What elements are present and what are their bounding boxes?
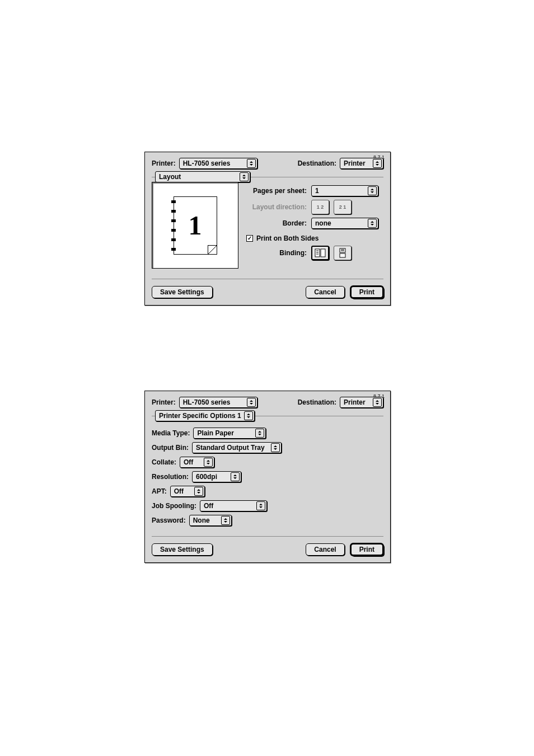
job-spooling-select[interactable]: Off <box>200 500 267 511</box>
destination-select[interactable]: Printer <box>340 158 383 169</box>
svg-rect-1 <box>321 249 325 257</box>
panel-select-printer-options[interactable]: Printer Specific Options 1 <box>155 410 255 421</box>
binding-short-edge-button[interactable] <box>334 246 352 260</box>
svg-rect-0 <box>315 249 320 257</box>
pages-per-sheet-label: Pages per sheet: <box>246 187 307 195</box>
print-button[interactable]: Print <box>350 543 383 556</box>
border-select[interactable]: none <box>311 218 378 229</box>
password-select[interactable]: None <box>189 515 232 526</box>
updown-icon <box>221 516 230 525</box>
printer-select[interactable]: HL-7050 series <box>179 158 257 169</box>
print-both-sides-checkbox[interactable] <box>246 235 253 242</box>
svg-rect-6 <box>340 253 345 257</box>
print-button[interactable]: Print <box>350 286 383 298</box>
updown-icon <box>194 487 203 496</box>
updown-icon <box>231 472 240 481</box>
updown-icon <box>204 458 213 467</box>
print-dialog-layout: 8.7.1 Printer: HL-7050 series Destinatio… <box>144 152 391 306</box>
panel-select-layout[interactable]: Layout <box>155 171 250 182</box>
collate-label: Collate: <box>152 458 176 466</box>
apt-select[interactable]: Off <box>170 486 205 497</box>
output-bin-select[interactable]: Standard Output Tray <box>192 442 282 453</box>
binding-short-edge-icon <box>336 248 349 258</box>
cancel-button[interactable]: Cancel <box>306 543 344 556</box>
pages-per-sheet-select[interactable]: 1 <box>311 185 378 196</box>
printer-label: Printer: <box>152 398 176 406</box>
printer-label: Printer: <box>152 159 176 167</box>
binding-long-edge-icon <box>314 248 326 258</box>
collate-select[interactable]: Off <box>180 457 214 468</box>
layout-direction-label: Layout direction: <box>246 203 307 211</box>
updown-icon <box>368 186 377 195</box>
layout-direction-lr-button[interactable]: 1 2 <box>311 200 329 214</box>
resolution-select[interactable]: 600dpi <box>192 471 241 482</box>
border-label: Border: <box>246 219 307 227</box>
preview-page-number: 1 <box>189 210 202 241</box>
password-label: Password: <box>152 516 186 524</box>
cancel-button[interactable]: Cancel <box>306 286 344 298</box>
printer-select[interactable]: HL-7050 series <box>179 397 257 408</box>
binding-long-edge-button[interactable] <box>311 246 329 260</box>
updown-icon <box>373 159 382 168</box>
output-bin-label: Output Bin: <box>152 444 189 452</box>
job-spooling-label: Job Spooling: <box>152 502 196 510</box>
media-type-label: Media Type: <box>152 429 190 437</box>
updown-icon <box>256 501 265 510</box>
updown-icon <box>255 429 264 438</box>
destination-label: Destination: <box>298 159 336 167</box>
media-type-select[interactable]: Plain Paper <box>193 428 266 439</box>
updown-icon <box>368 219 377 228</box>
updown-icon <box>247 159 256 168</box>
page-thumb: 1 <box>174 196 217 255</box>
destination-select[interactable]: Printer <box>340 397 383 408</box>
apt-label: APT: <box>152 487 167 495</box>
binding-label: Binding: <box>246 249 307 257</box>
save-settings-button[interactable]: Save Settings <box>152 286 213 298</box>
print-both-sides-label: Print on Both Sides <box>256 234 318 242</box>
updown-icon <box>244 411 253 420</box>
layout-direction-rl-button[interactable]: 2 1 <box>334 200 352 214</box>
print-dialog-printer-options: 8.7.1 Printer: HL-7050 series Destinatio… <box>144 391 391 563</box>
updown-icon <box>271 443 280 452</box>
updown-icon <box>240 172 249 181</box>
page-preview: 1 <box>152 182 238 269</box>
page-fold-icon <box>208 245 217 254</box>
destination-label: Destination: <box>298 398 336 406</box>
updown-icon <box>373 398 382 407</box>
updown-icon <box>247 398 256 407</box>
save-settings-button[interactable]: Save Settings <box>152 543 213 556</box>
binding-holes-icon <box>171 200 176 251</box>
resolution-label: Resolution: <box>152 473 189 481</box>
